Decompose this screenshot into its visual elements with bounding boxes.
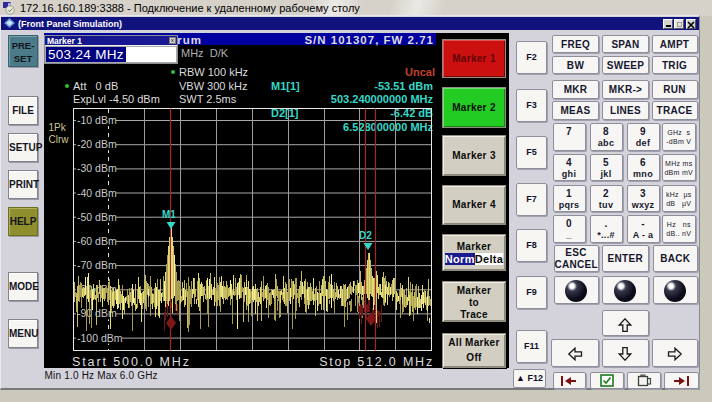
svg-text:-40 dBm: -40 dBm [77, 187, 117, 199]
svg-text:D2: D2 [359, 230, 372, 241]
svg-text:-70 dBm: -70 dBm [77, 259, 117, 271]
svg-text:-20 dBm: -20 dBm [77, 138, 117, 150]
svg-text:-60 dBm: -60 dBm [77, 235, 117, 247]
svg-text:-30 dBm: -30 dBm [77, 162, 117, 174]
svg-text:M1: M1 [162, 209, 176, 220]
svg-text:-50 dBm: -50 dBm [77, 211, 117, 223]
svg-text:-100 dBm: -100 dBm [77, 332, 123, 344]
svg-text:-10 dBm: -10 dBm [77, 114, 117, 126]
